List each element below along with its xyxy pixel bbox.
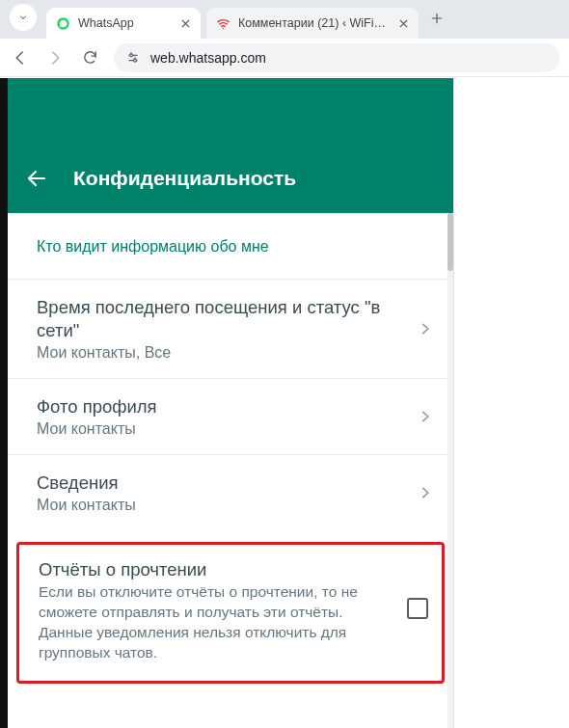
scrollbar[interactable] <box>447 213 453 728</box>
tab-title: WhatsApp <box>78 16 170 30</box>
reload-icon <box>82 49 98 66</box>
tab-title: Комментарии (21) ‹ WiFiGid — <box>238 16 388 30</box>
chevron-down-icon <box>17 12 29 23</box>
whatsapp-favicon-icon <box>56 16 70 31</box>
arrow-left-icon <box>12 49 29 67</box>
browser-tab[interactable]: WhatsApp <box>46 8 201 39</box>
svg-point-2 <box>130 53 133 56</box>
new-tab-button[interactable] <box>424 6 449 31</box>
svg-point-3 <box>134 59 137 62</box>
arrow-right-icon <box>46 49 64 67</box>
app-left-edge <box>0 78 8 728</box>
chevron-right-icon <box>419 406 432 427</box>
back-button[interactable] <box>10 49 31 67</box>
wifi-favicon-icon <box>216 16 230 31</box>
panel-header: Конфиденциальность <box>8 78 453 213</box>
tab-close-button[interactable] <box>395 15 411 31</box>
row-read-receipts[interactable]: Отчёты о прочтении Если вы отключите отч… <box>16 542 445 684</box>
row-last-seen[interactable]: Время последнего посещения и статус "в с… <box>8 279 453 378</box>
read-receipts-checkbox[interactable] <box>407 598 428 619</box>
address-bar[interactable]: web.whatsapp.com <box>114 43 559 72</box>
tab-close-button[interactable] <box>177 15 193 31</box>
forward-button[interactable] <box>44 49 66 67</box>
panel-title: Конфиденциальность <box>73 167 296 190</box>
chevron-right-icon <box>419 318 432 339</box>
arrow-left-icon <box>25 167 48 190</box>
plus-icon <box>430 12 444 25</box>
read-receipts-desc: Если вы отключите отчёты о прочтении, то… <box>39 582 397 663</box>
row-subtitle: Мои контакты <box>37 420 419 438</box>
svg-point-1 <box>223 27 225 29</box>
row-title: Время последнего посещения и статус "в с… <box>37 296 419 342</box>
back-button[interactable] <box>25 167 48 190</box>
read-receipts-title: Отчёты о прочтении <box>39 559 397 580</box>
close-icon <box>181 19 190 28</box>
row-title: Фото профиля <box>37 395 419 418</box>
privacy-settings-panel: Конфиденциальность Кто видит информацию … <box>8 78 454 728</box>
row-about[interactable]: Сведения Мои контакты <box>8 454 453 530</box>
close-icon <box>399 19 408 28</box>
whatsapp-web: Конфиденциальность Кто видит информацию … <box>0 78 569 728</box>
chevron-right-icon <box>419 482 432 503</box>
row-subtitle: Мои контакты, Все <box>37 344 419 362</box>
row-title: Сведения <box>37 472 419 495</box>
row-profile-photo[interactable]: Фото профиля Мои контакты <box>8 378 453 454</box>
site-settings-icon[interactable] <box>125 50 141 66</box>
browser-tab[interactable]: Комментарии (21) ‹ WiFiGid — <box>206 8 419 39</box>
url-text: web.whatsapp.com <box>150 50 266 66</box>
browser-tab-strip: WhatsApp Комментарии (21) ‹ WiFiGid — <box>0 0 569 39</box>
reload-button[interactable] <box>79 49 100 66</box>
tab-search-button[interactable] <box>10 4 37 31</box>
browser-toolbar: web.whatsapp.com <box>0 39 569 77</box>
row-subtitle: Мои контакты <box>37 497 419 514</box>
section-who-sees-label: Кто видит информацию обо мне <box>8 213 453 279</box>
